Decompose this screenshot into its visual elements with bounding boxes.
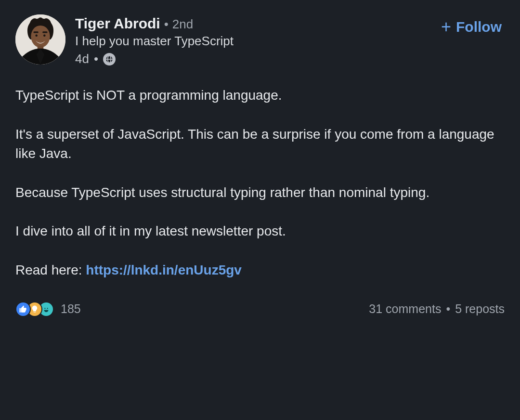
author-avatar[interactable] xyxy=(15,14,65,65)
body-paragraph: It's a superset of JavaScript. This can … xyxy=(15,125,505,164)
body-text-prefix: Read here: xyxy=(15,262,86,277)
comments-count[interactable]: 31 comments xyxy=(369,302,441,316)
follow-label: Follow xyxy=(456,19,502,35)
body-paragraph: Read here: https://lnkd.in/enUuz5gv xyxy=(15,261,505,280)
plus-icon: + xyxy=(441,18,451,36)
post-link[interactable]: https://lnkd.in/enUuz5gv xyxy=(86,262,242,277)
svg-point-4 xyxy=(35,34,38,37)
reactions[interactable]: 185 xyxy=(15,302,81,317)
svg-rect-2 xyxy=(33,31,38,33)
post-meta: 4d • xyxy=(75,52,431,66)
svg-point-5 xyxy=(43,34,46,37)
body-paragraph: TypeScript is NOT a programming language… xyxy=(15,86,505,105)
post-body: TypeScript is NOT a programming language… xyxy=(15,86,505,280)
separator-dot: • xyxy=(164,17,169,32)
author-name[interactable]: Tiger Abrodi xyxy=(75,15,160,32)
post-time: 4d xyxy=(75,52,89,66)
body-paragraph: I dive into all of it in my latest newsl… xyxy=(15,222,505,241)
post-card: Tiger Abrodi • 2nd I help you master Typ… xyxy=(0,0,520,317)
reposts-count[interactable]: 5 reposts xyxy=(455,302,505,316)
social-row: 185 31 comments • 5 reposts xyxy=(15,302,505,317)
like-icon xyxy=(15,302,31,317)
body-paragraph: Because TypeScript uses structural typin… xyxy=(15,183,505,203)
author-headline: I help you master TypeScript xyxy=(75,34,431,49)
separator-dot: • xyxy=(446,302,450,316)
author-info: Tiger Abrodi • 2nd I help you master Typ… xyxy=(75,14,431,66)
svg-rect-3 xyxy=(42,31,47,33)
reaction-icons xyxy=(15,302,54,317)
globe-icon xyxy=(103,53,116,66)
post-header: Tiger Abrodi • 2nd I help you master Typ… xyxy=(15,14,505,66)
follow-button[interactable]: + Follow xyxy=(441,14,505,36)
svg-point-13 xyxy=(47,308,48,309)
connection-degree: 2nd xyxy=(172,17,193,32)
svg-point-1 xyxy=(31,26,50,48)
svg-point-12 xyxy=(44,308,45,309)
separator-dot: • xyxy=(94,52,98,66)
reactions-count: 185 xyxy=(61,302,81,316)
